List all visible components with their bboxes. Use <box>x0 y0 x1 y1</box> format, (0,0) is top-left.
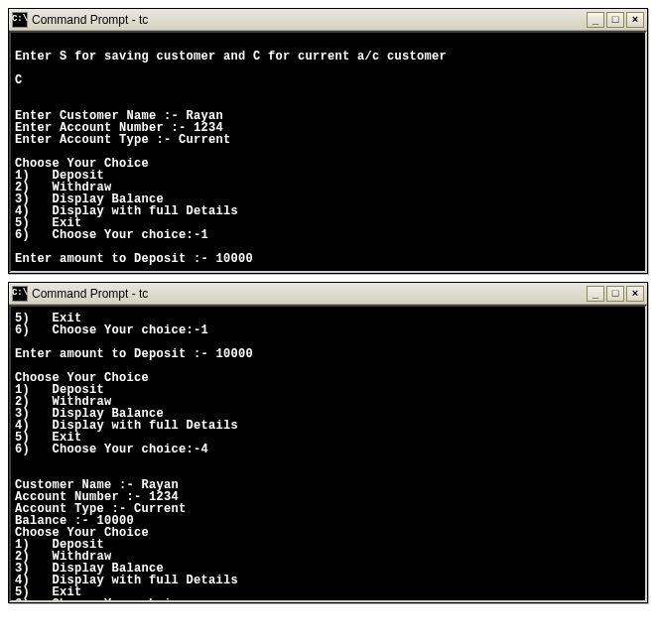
terminal-line <box>15 63 641 74</box>
window-controls: _ □ × <box>587 286 644 302</box>
terminal-line: Enter amount to Deposit :- 10000 <box>15 253 641 265</box>
terminal-output[interactable]: 5) Exit6) Choose Your choice:-1 Enter am… <box>9 305 647 602</box>
close-button[interactable]: × <box>626 286 644 302</box>
minimize-button[interactable]: _ <box>587 286 604 302</box>
cmd-icon: C:\ <box>12 12 28 28</box>
minimize-button[interactable]: _ <box>587 12 604 28</box>
terminal-output[interactable]: Enter S for saving customer and C for cu… <box>9 31 647 273</box>
terminal-line: Enter S for saving customer and C for cu… <box>15 51 641 63</box>
terminal-line: 6) Choose Your choice:-1 <box>15 324 641 336</box>
terminal-line: Choose Your Choice <box>15 158 641 170</box>
terminal-line: 4) Display with full Details <box>15 205 641 217</box>
terminal-line: 6) Choose Your choice:-1 <box>15 229 641 241</box>
terminal-line: 4) Display with full Details <box>15 575 641 586</box>
terminal-line: 4) Display with full Details <box>15 420 641 432</box>
window-title: Command Prompt - tc <box>32 287 587 301</box>
terminal-line: C <box>15 74 641 86</box>
terminal-line: Choose Your Choice <box>15 527 641 539</box>
maximize-button[interactable]: □ <box>606 12 624 28</box>
close-button[interactable]: × <box>626 12 644 28</box>
terminal-line: 6) Choose Your choice:-4 <box>15 444 641 455</box>
command-prompt-window-1: C:\ Command Prompt - tc _ □ × Enter S fo… <box>8 8 648 274</box>
window-controls: _ □ × <box>587 12 644 28</box>
cmd-icon: C:\ <box>12 286 28 302</box>
maximize-button[interactable]: □ <box>606 286 624 302</box>
titlebar[interactable]: C:\ Command Prompt - tc _ □ × <box>9 9 647 31</box>
window-title: Command Prompt - tc <box>32 13 587 27</box>
titlebar[interactable]: C:\ Command Prompt - tc _ □ × <box>9 283 647 305</box>
terminal-line <box>15 86 641 98</box>
terminal-line: 6) Choose Your choice:-_ <box>15 598 641 602</box>
terminal-line: Enter amount to Deposit :- 10000 <box>15 348 641 360</box>
terminal-line <box>15 455 641 467</box>
terminal-line: Enter Account Type :- Current <box>15 134 641 146</box>
command-prompt-window-2: C:\ Command Prompt - tc _ □ × 5) Exit6) … <box>8 282 648 603</box>
terminal-line: Choose Your Choice <box>15 372 641 384</box>
